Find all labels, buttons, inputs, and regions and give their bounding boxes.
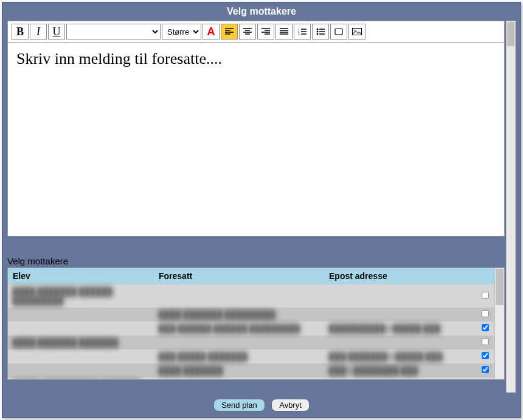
cell-elev xyxy=(8,363,154,377)
recipient-checkbox[interactable] xyxy=(482,310,489,317)
column-header-check xyxy=(476,268,494,284)
cell-epost: ██████████@█████.███ xyxy=(324,322,476,336)
scrollbar-thumb[interactable] xyxy=(507,22,514,46)
cell-epost xyxy=(324,377,476,380)
insert-image-button[interactable] xyxy=(348,24,365,40)
recipient-checkbox[interactable] xyxy=(482,292,489,299)
table-row[interactable]: ████ ███████ ███████ xyxy=(8,336,494,349)
ordered-list-button[interactable]: 123 xyxy=(294,24,311,40)
column-header-epost[interactable]: Epost adresse xyxy=(324,268,476,284)
underline-button[interactable]: U xyxy=(48,24,65,40)
recipients-table-panel: Elev Foresatt Epost adresse ████ ███████… xyxy=(7,267,505,380)
cell-foresatt xyxy=(154,377,324,380)
cell-foresatt: ███ █████ ███████ xyxy=(154,349,324,363)
svg-point-30 xyxy=(354,30,356,32)
table-row[interactable]: ████ ██████████@████████.███ xyxy=(8,363,494,377)
cell-elev xyxy=(8,322,154,336)
scrollbar-outer[interactable] xyxy=(506,21,516,393)
cell-foresatt xyxy=(154,284,324,308)
recipient-checkbox[interactable] xyxy=(482,366,489,373)
editor-panel: B I U Større A xyxy=(7,21,505,236)
table-row[interactable]: ███ ██████ ██████ ███████████████████@██… xyxy=(8,322,494,336)
font-size-select[interactable]: Større xyxy=(162,24,201,40)
cell-elev xyxy=(8,308,154,322)
align-left-button[interactable] xyxy=(221,24,238,40)
cell-epost xyxy=(324,284,476,308)
cell-elev xyxy=(8,349,154,363)
svg-rect-29 xyxy=(353,29,362,35)
box-icon xyxy=(334,28,343,35)
cell-checkbox xyxy=(476,336,494,349)
recipients-label: Velg mottakere xyxy=(7,255,516,267)
cell-foresatt xyxy=(154,336,324,349)
dialog-footer: Send plan Avbryt xyxy=(2,393,521,418)
cell-epost: ███@████████.███ xyxy=(324,363,476,377)
dialog-title: Velg mottakere xyxy=(2,2,521,21)
image-icon xyxy=(352,28,362,35)
svg-rect-28 xyxy=(335,29,342,35)
align-right-icon xyxy=(262,28,270,35)
cancel-button[interactable]: Avbryt xyxy=(271,399,310,411)
align-left-icon xyxy=(225,28,234,35)
dialog-content: B I U Større A xyxy=(2,21,521,393)
svg-point-23 xyxy=(317,31,319,33)
scrollbar-thumb[interactable] xyxy=(496,269,504,305)
unordered-list-icon xyxy=(316,28,325,35)
align-center-icon xyxy=(243,28,252,35)
column-header-foresatt[interactable]: Foresatt xyxy=(154,268,324,284)
editor-textarea[interactable]: Skriv inn melding til foresatte.... xyxy=(8,43,504,236)
cell-checkbox xyxy=(476,284,494,308)
table-row[interactable]: ████ ███████ ██████ █████████ xyxy=(8,284,494,308)
dialog-window: Velg mottakere B I U Større A xyxy=(2,2,521,418)
table-row[interactable]: █████ ██████████ ███████ xyxy=(8,377,494,380)
cell-epost xyxy=(324,336,476,349)
font-color-button[interactable]: A xyxy=(203,24,220,40)
send-plan-button[interactable]: Send plan xyxy=(213,399,265,411)
bold-button[interactable]: B xyxy=(12,24,29,40)
cell-foresatt: ████ ███████ █████████ xyxy=(154,308,324,322)
cell-epost: ███.███████@█████.███ xyxy=(324,349,476,363)
table-row[interactable]: ████ ███████ █████████ xyxy=(8,308,494,322)
align-justify-button[interactable] xyxy=(275,24,293,40)
cell-elev: ████ ███████ ██████ █████████ xyxy=(8,284,154,308)
align-right-button[interactable] xyxy=(257,24,274,40)
ordered-list-icon: 123 xyxy=(298,28,307,35)
cell-checkbox xyxy=(476,349,494,363)
cell-elev: █████ ██████████ ███████ xyxy=(8,377,154,380)
svg-point-24 xyxy=(317,33,319,35)
italic-button[interactable]: I xyxy=(30,24,47,40)
editor-toolbar: B I U Større A xyxy=(8,21,504,43)
unordered-list-button[interactable] xyxy=(312,24,329,40)
cell-checkbox xyxy=(476,363,494,377)
recipient-checkbox[interactable] xyxy=(482,338,489,345)
scrollbar-inner[interactable] xyxy=(494,268,504,379)
insert-box-button[interactable] xyxy=(330,24,347,40)
align-justify-icon xyxy=(280,28,288,35)
recipient-checkbox[interactable] xyxy=(482,352,489,359)
cell-foresatt: ███ ██████ ██████ █████████ xyxy=(154,322,324,336)
recipients-table: Elev Foresatt Epost adresse ████ ███████… xyxy=(8,268,494,380)
recipient-checkbox[interactable] xyxy=(482,324,489,331)
cell-elev: ████ ███████ ███████ xyxy=(8,336,154,349)
font-family-select[interactable] xyxy=(66,24,161,40)
column-header-elev[interactable]: Elev xyxy=(8,268,154,284)
cell-checkbox xyxy=(476,322,494,336)
cell-epost xyxy=(324,308,476,322)
cell-checkbox xyxy=(476,377,494,380)
cell-checkbox xyxy=(476,308,494,322)
svg-point-22 xyxy=(317,29,319,30)
align-center-button[interactable] xyxy=(239,24,256,40)
table-row[interactable]: ███ █████ ██████████.███████@█████.███ xyxy=(8,349,494,363)
cell-foresatt: ████ ███████ xyxy=(154,363,324,377)
svg-text:3: 3 xyxy=(298,33,300,35)
